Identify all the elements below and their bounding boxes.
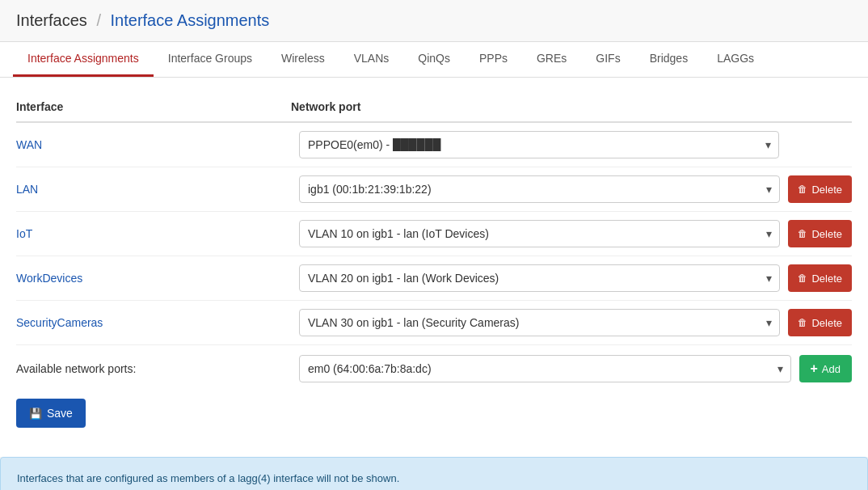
delete-lan-button[interactable]: 🗑 Delete — [788, 175, 852, 203]
delete-securitycameras-button[interactable]: 🗑 Delete — [788, 309, 852, 336]
table-row: IoT VLAN 10 on igb1 - lan (IoT Devices) … — [16, 212, 852, 256]
tab-interface-groups[interactable]: Interface Groups — [154, 42, 267, 77]
tab-interface-assignments[interactable]: Interface Assignments — [13, 42, 154, 77]
trash-icon: 🗑 — [798, 317, 807, 328]
tab-vlans[interactable]: VLANs — [339, 42, 404, 77]
delete-workdevices-button[interactable]: 🗑 Delete — [788, 264, 852, 292]
delete-label: Delete — [811, 272, 842, 285]
breadcrumb-active: Interface Assignments — [111, 11, 270, 29]
tab-bridges[interactable]: Bridges — [635, 42, 702, 77]
info-box: Interfaces that are configured as member… — [0, 457, 868, 490]
plus-icon: + — [811, 361, 818, 376]
tab-gres[interactable]: GREs — [522, 42, 581, 77]
wan-port-select[interactable]: PPPOE0(em0) - ██████ — [299, 131, 779, 158]
available-ports-label: Available network ports: — [16, 362, 291, 375]
table-row: SecurityCameras VLAN 30 on igb1 - lan (S… — [16, 301, 852, 345]
col-interface: Interface — [16, 100, 291, 113]
iot-port-select[interactable]: VLAN 10 on igb1 - lan (IoT Devices) — [299, 220, 780, 247]
trash-icon: 🗑 — [798, 184, 807, 195]
info-message-1: Interfaces that are configured as member… — [17, 471, 851, 487]
lan-port-select[interactable]: igb1 (00:1b:21:39:1b:22) — [299, 175, 780, 203]
add-button[interactable]: + Add — [799, 355, 852, 382]
tab-ppps[interactable]: PPPs — [465, 42, 522, 77]
available-ports-select[interactable]: em0 (64:00:6a:7b:8a:dc) — [299, 355, 791, 382]
trash-icon: 🗑 — [798, 272, 807, 284]
save-section: 💾 Save — [16, 389, 852, 441]
save-button[interactable]: 💾 Save — [16, 399, 86, 428]
page-header: Interfaces / Interface Assignments — [0, 0, 868, 42]
main-content: Interface Network port WAN PPPOE0(em0) -… — [0, 78, 868, 457]
breadcrumb-separator: / — [96, 11, 101, 29]
available-ports-wrapper: em0 (64:00:6a:7b:8a:dc) — [299, 355, 791, 382]
table-row: WorkDevices VLAN 20 on igb1 - lan (Work … — [16, 256, 852, 301]
wan-port-wrapper: PPPOE0(em0) - ██████ — [299, 131, 779, 158]
interface-name-wan[interactable]: WAN — [16, 138, 291, 151]
interface-name-iot[interactable]: IoT — [16, 227, 291, 240]
iot-port-wrapper: VLAN 10 on igb1 - lan (IoT Devices) — [299, 220, 780, 247]
securitycameras-port-wrapper: VLAN 30 on igb1 - lan (Security Cameras) — [299, 309, 780, 336]
table-row: WAN PPPOE0(em0) - ██████ — [16, 123, 852, 167]
available-ports-row: Available network ports: em0 (64:00:6a:7… — [16, 345, 852, 389]
workdevices-port-select[interactable]: VLAN 20 on igb1 - lan (Work Devices) — [299, 264, 780, 292]
delete-label: Delete — [811, 228, 842, 240]
delete-iot-button[interactable]: 🗑 Delete — [788, 220, 852, 247]
table-row: LAN igb1 (00:1b:21:39:1b:22) 🗑 Delete — [16, 167, 852, 212]
securitycameras-port-select[interactable]: VLAN 30 on igb1 - lan (Security Cameras) — [299, 309, 780, 336]
breadcrumb-interfaces[interactable]: Interfaces — [16, 11, 87, 29]
delete-label: Delete — [811, 317, 842, 329]
tab-gifs[interactable]: GIFs — [581, 42, 634, 77]
tabs-bar: Interface Assignments Interface Groups W… — [0, 42, 868, 78]
tab-laggs[interactable]: LAGGs — [702, 42, 769, 77]
interface-name-securitycameras[interactable]: SecurityCameras — [16, 316, 291, 329]
tab-wireless[interactable]: Wireless — [267, 42, 339, 77]
interface-name-workdevices[interactable]: WorkDevices — [16, 272, 291, 285]
table-header: Interface Network port — [16, 94, 852, 123]
trash-icon: 🗑 — [798, 228, 807, 239]
interface-name-lan[interactable]: LAN — [16, 183, 291, 196]
save-label: Save — [47, 407, 73, 420]
delete-label: Delete — [811, 184, 842, 196]
tab-qinqs[interactable]: QinQs — [403, 42, 465, 77]
workdevices-port-wrapper: VLAN 20 on igb1 - lan (Work Devices) — [299, 264, 780, 292]
save-icon: 💾 — [29, 408, 42, 420]
lan-port-wrapper: igb1 (00:1b:21:39:1b:22) — [299, 175, 780, 203]
col-network-port: Network port — [291, 100, 852, 113]
add-label: Add — [822, 363, 841, 375]
